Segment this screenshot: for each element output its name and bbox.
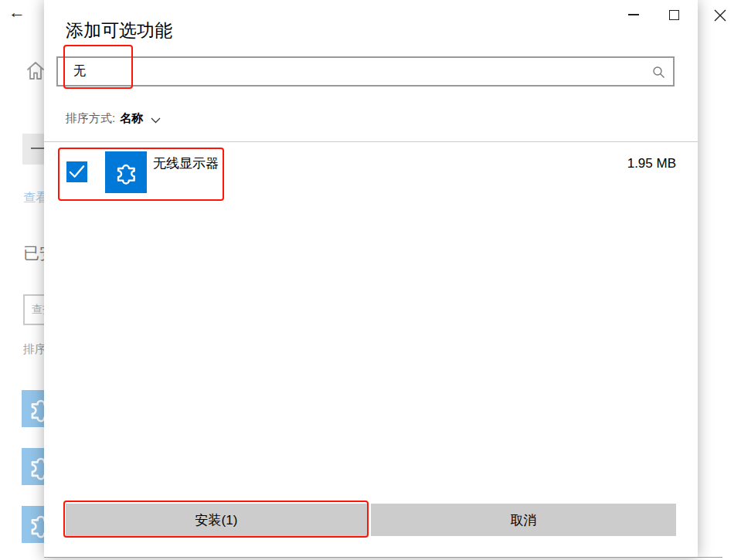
installed-feature-tile-puzzle-icon [22, 448, 44, 485]
window-bottom-border [44, 557, 722, 558]
dialog-title: 添加可选功能 [66, 19, 172, 42]
back-arrow-icon[interactable]: ← [8, 4, 25, 21]
close-icon[interactable] [713, 8, 727, 22]
find-installed-search-text: 查找 [32, 303, 44, 317]
cancel-button[interactable]: 取消 [371, 504, 676, 536]
feature-row-wireless-display[interactable]: 无线显示器 1.95 MB [44, 148, 698, 202]
list-divider [44, 141, 698, 142]
feature-name: 无线显示器 [153, 154, 219, 172]
chevron-down-icon [151, 113, 161, 126]
add-optional-feature-dialog: 添加可选功能 排序方式: 名称 [44, 0, 698, 558]
minimize-icon[interactable] [628, 14, 639, 15]
maximize-icon[interactable] [669, 10, 679, 20]
installed-features-heading-partial: 已安 [23, 243, 44, 264]
installed-feature-tile-puzzle-icon [22, 506, 44, 543]
feature-search-input[interactable] [58, 58, 673, 85]
search-icon[interactable] [652, 66, 665, 82]
sort-label: 排序方式: [66, 111, 115, 126]
sort-row[interactable]: 排序方式: 名称 [66, 110, 161, 126]
screen: ← 查看 已安 查找 排序 添加可选功能 [0, 0, 741, 560]
install-button[interactable]: 安装(1) [66, 504, 367, 536]
plus-icon [31, 148, 44, 149]
home-icon[interactable] [26, 60, 45, 84]
sort-value: 名称 [120, 111, 143, 126]
find-installed-search-partial[interactable]: 查找 [23, 294, 44, 325]
installed-feature-tile-puzzle-icon [22, 390, 44, 427]
puzzle-icon [105, 151, 147, 193]
view-history-link-partial[interactable]: 查看 [23, 190, 44, 207]
sort-label-partial: 排序 [23, 342, 44, 358]
feature-checkbox[interactable] [66, 161, 87, 182]
add-feature-button-partial[interactable] [22, 134, 44, 165]
feature-search-box [56, 56, 675, 87]
feature-size: 1.95 MB [627, 156, 676, 171]
